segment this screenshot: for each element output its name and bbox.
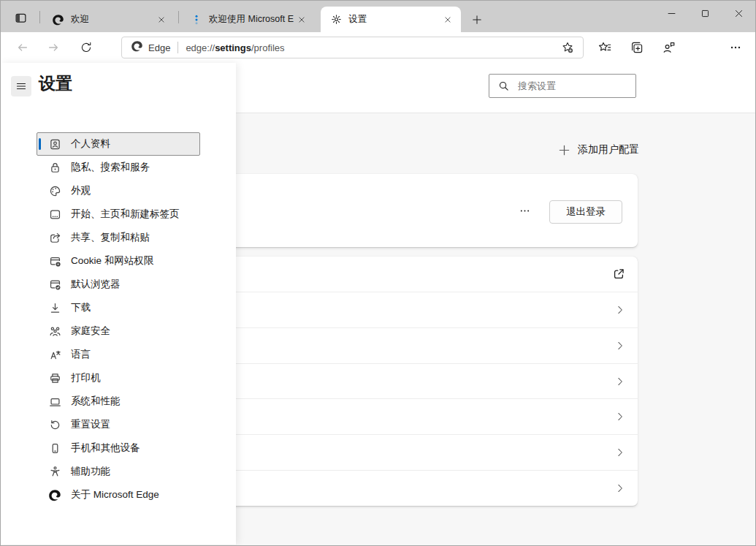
page-title: 设置 (39, 72, 72, 95)
edge-logo-icon (131, 40, 143, 55)
lock-icon (49, 162, 61, 174)
sidebar-item-privacy[interactable]: 隐私、搜索和服务 (37, 156, 200, 179)
tab-title: 欢迎使用 Microsoft Edge (209, 13, 294, 26)
search-icon (498, 80, 509, 91)
site-badge-label: Edge (148, 42, 170, 53)
settings-more-icon[interactable] (725, 37, 746, 58)
translate-icon (49, 349, 61, 361)
chevron-right-icon (615, 305, 625, 315)
add-profile-button[interactable]: 添加用户配置 (558, 143, 639, 156)
sidebar-item-label: Cookie 和网站权限 (71, 254, 153, 268)
favorites-icon[interactable] (595, 37, 615, 58)
layout-icon (49, 208, 61, 221)
sidebar-item-languages[interactable]: 语言 (37, 343, 200, 366)
tab-close-icon[interactable] (294, 12, 310, 28)
chevron-right-icon (615, 483, 625, 493)
more-options-icon[interactable] (514, 201, 535, 220)
gear-icon (330, 14, 342, 26)
tab-welcome-edge[interactable]: 欢迎使用 Microsoft Edge (181, 7, 315, 32)
add-profile-label: 添加用户配置 (578, 143, 639, 156)
sidebar-item-printers[interactable]: 打印机 (37, 366, 200, 390)
sidebar-item-downloads[interactable]: 下载 (37, 296, 200, 319)
tab-title: 设置 (348, 13, 440, 26)
refresh-button[interactable] (76, 37, 96, 58)
sign-out-button[interactable]: 退出登录 (549, 200, 622, 224)
sidebar-item-label: 语言 (71, 348, 91, 361)
sidebar-item-family-safety[interactable]: 家庭安全 (37, 319, 200, 343)
download-icon (49, 302, 61, 314)
sidebar-item-label: 外观 (71, 184, 91, 197)
sidebar-item-phone-devices[interactable]: 手机和其他设备 (37, 436, 200, 460)
loading-dots-icon (191, 14, 202, 26)
sidebar-item-label: 手机和其他设备 (71, 441, 140, 455)
reset-icon (49, 419, 61, 431)
sidebar-nav: 个人资料 隐私、搜索和服务 外观 开始、主页和新建标签页 (37, 132, 200, 507)
window-controls (654, 1, 755, 26)
menu-toggle-button[interactable] (11, 76, 31, 96)
phone-icon (49, 442, 61, 455)
sidebar-item-label: 关于 Microsoft Edge (71, 488, 159, 501)
settings-search-box[interactable] (489, 74, 636, 98)
address-bar[interactable]: Edge edge://settings/profiles (121, 37, 584, 58)
sidebar-item-about-edge[interactable]: 关于 Microsoft Edge (37, 483, 200, 507)
close-button[interactable] (722, 1, 755, 26)
tab-actions-menu-button[interactable] (9, 8, 31, 27)
sidebar-item-label: 系统和性能 (71, 395, 121, 408)
share-icon (49, 232, 61, 244)
sidebar-item-profile[interactable]: 个人资料 (37, 132, 200, 156)
feedback-person-chat-icon[interactable] (659, 37, 679, 58)
tab-separator (178, 11, 179, 23)
sidebar-item-reset-settings[interactable]: 重置设置 (37, 413, 200, 436)
plus-icon (558, 144, 570, 156)
tab-close-icon[interactable] (440, 12, 456, 28)
forward-button[interactable] (43, 37, 64, 58)
sidebar-item-label: 重置设置 (71, 418, 110, 431)
sidebar-item-accessibility[interactable]: 辅助功能 (37, 460, 200, 483)
sidebar-item-label: 辅助功能 (71, 465, 110, 478)
sidebar-item-system-performance[interactable]: 系统和性能 (37, 390, 200, 413)
minimize-button[interactable] (654, 1, 688, 26)
tab-settings[interactable]: 设置 (321, 7, 461, 32)
sidebar-item-label: 个人资料 (71, 137, 110, 151)
chevron-right-icon (615, 447, 625, 458)
profile-card-icon (49, 138, 61, 151)
sidebar-item-label: 隐私、搜索和服务 (71, 161, 150, 174)
sidebar-item-label: 家庭安全 (71, 325, 110, 338)
sidebar-item-default-browser[interactable]: 默认浏览器 (37, 273, 200, 296)
settings-sidebar: 设置 个人资料 隐私、搜索和服务 外观 (1, 63, 236, 545)
chevron-right-icon (615, 376, 625, 387)
sidebar-item-label: 默认浏览器 (71, 278, 121, 291)
edge-browser-window: 欢迎 欢迎使用 Microsoft Edge 设置 (0, 0, 756, 546)
edge-logo-icon (49, 489, 61, 501)
sidebar-item-start-home-newtab[interactable]: 开始、主页和新建标签页 (37, 202, 200, 226)
tab-separator (39, 11, 40, 23)
hamburger-icon (15, 80, 27, 92)
browser-check-icon (49, 278, 61, 291)
tab-close-icon[interactable] (153, 12, 169, 28)
sidebar-item-label: 打印机 (71, 371, 101, 384)
sidebar-item-appearance[interactable]: 外观 (37, 179, 200, 202)
title-bar: 欢迎 欢迎使用 Microsoft Edge 设置 (1, 1, 755, 32)
new-tab-button[interactable] (467, 10, 486, 29)
laptop-icon (49, 395, 61, 408)
maximize-button[interactable] (688, 1, 722, 26)
add-favorite-icon[interactable] (559, 39, 576, 56)
tab-welcome[interactable]: 欢迎 (43, 7, 175, 32)
sidebar-item-label: 下载 (71, 301, 91, 314)
sidebar-item-label: 开始、主页和新建标签页 (71, 208, 180, 221)
browser-toolbar: Edge edge://settings/profiles (1, 32, 755, 63)
url-text: edge://settings/profiles (186, 42, 284, 53)
accessibility-icon (49, 466, 61, 478)
sidebar-item-label: 共享、复制和粘贴 (71, 231, 150, 244)
cookie-gear-icon (49, 255, 61, 268)
family-icon (49, 325, 61, 338)
back-button[interactable] (12, 37, 33, 58)
sidebar-item-share-copy-paste[interactable]: 共享、复制和粘贴 (37, 226, 200, 249)
external-link-icon (612, 268, 625, 281)
collections-icon[interactable] (627, 37, 647, 58)
tab-title: 欢迎 (71, 13, 153, 26)
sidebar-item-cookies-permissions[interactable]: Cookie 和网站权限 (37, 249, 200, 273)
search-input[interactable] (516, 80, 629, 92)
chevron-right-icon (615, 412, 625, 422)
edge-logo-icon (53, 14, 64, 26)
